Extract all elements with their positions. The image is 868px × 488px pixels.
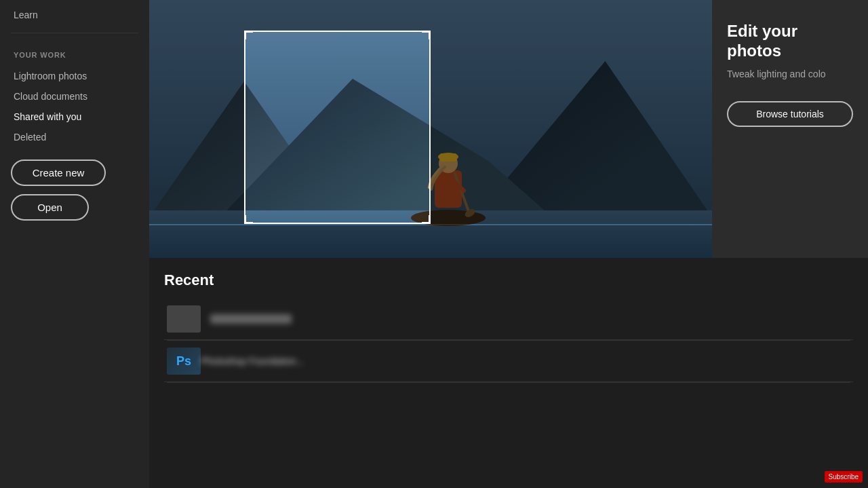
recent-divider-2 — [167, 382, 850, 383]
sidebar-divider-top — [11, 33, 138, 33]
hero-right-panel: Edit your photos Tweak lighting and colo… — [712, 0, 868, 258]
subscribe-badge: Subscribe — [825, 471, 863, 483]
sidebar: Learn YOUR WORK Lightroom photos Cloud d… — [0, 0, 149, 488]
recent-item[interactable]: Ps Photoshop Foundation... — [164, 341, 853, 382]
recent-name-1 — [210, 314, 292, 324]
sidebar-actions: Create new Open — [0, 147, 149, 227]
sidebar-item-shared[interactable]: Shared with you — [11, 107, 138, 127]
sidebar-item-learn[interactable]: Learn — [0, 0, 149, 27]
recent-thumb-2: Ps — [167, 348, 201, 375]
sidebar-item-deleted[interactable]: Deleted — [11, 127, 138, 147]
recent-list: Ps Photoshop Foundation... — [164, 299, 853, 383]
crop-corner-tr[interactable] — [422, 31, 430, 39]
recent-section: Recent Ps Photoshop Foundation... — [149, 258, 868, 488]
crop-mask-right — [431, 31, 712, 224]
recent-item[interactable] — [164, 299, 853, 340]
hero-photo — [149, 0, 712, 258]
hero-subtitle: Tweak lighting and colo — [727, 68, 853, 81]
learn-label: Learn — [14, 10, 38, 20]
crop-corner-tl[interactable] — [245, 31, 253, 39]
hero-section: Edit your photos Tweak lighting and colo… — [149, 0, 868, 258]
crop-mask-top — [149, 0, 712, 31]
sidebar-item-lightroom[interactable]: Lightroom photos — [11, 66, 138, 86]
recent-name-2: Photoshop Foundation... — [201, 356, 850, 367]
create-new-button[interactable]: Create new — [11, 159, 106, 186]
recent-title: Recent — [164, 271, 853, 289]
open-button[interactable]: Open — [11, 194, 89, 221]
sidebar-work-section: YOUR WORK Lightroom photos Cloud documen… — [0, 39, 149, 147]
ps-logo: Ps — [176, 354, 191, 369]
hero-image-container — [149, 0, 712, 258]
browse-tutorials-button[interactable]: Browse tutorials — [727, 101, 853, 127]
recent-thumb-1 — [167, 305, 201, 333]
your-work-label: YOUR WORK — [11, 51, 138, 59]
crop-mask-bottom — [149, 225, 712, 258]
hero-title: Edit your photos — [727, 22, 853, 61]
recent-info-2: Photoshop Foundation... — [201, 356, 850, 367]
crop-mask-left — [149, 31, 244, 224]
recent-info-1 — [210, 314, 850, 324]
main-content: Edit your photos Tweak lighting and colo… — [149, 0, 868, 488]
sidebar-item-cloud[interactable]: Cloud documents — [11, 86, 138, 107]
